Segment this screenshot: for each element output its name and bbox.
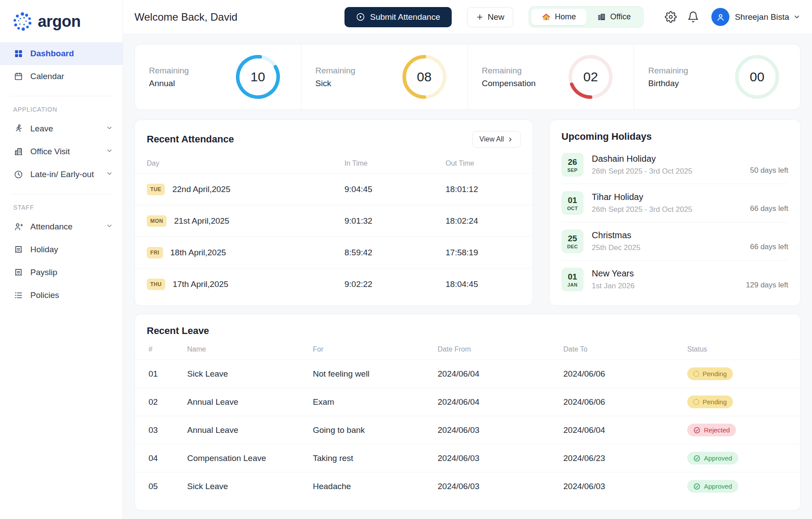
argon-logo-icon — [12, 11, 33, 32]
attendance-date: 22nd April,2025 — [172, 185, 230, 194]
remaining-ring-chart: 02 — [567, 53, 614, 101]
holiday-name: Dashain Holiday — [592, 154, 742, 164]
remaining-stats-card: Remaining Annual 10 Remaining Sick — [134, 44, 801, 110]
holiday-name: Christmas — [592, 230, 742, 240]
leave-date-to: 2024/06/23 — [563, 454, 687, 463]
holiday-day: 01 — [568, 272, 577, 282]
col-date-to: Date To — [563, 345, 687, 353]
receipt-icon — [13, 267, 24, 278]
toggle-office-button[interactable]: Office — [587, 9, 642, 25]
sidebar-item-payslip[interactable]: Payslip — [0, 261, 123, 284]
pending-dashed-circle-icon — [693, 399, 699, 405]
sidebar-item-attendance[interactable]: Attendance — [0, 215, 123, 238]
sidebar: argon Dashboard Calendar APPLICATION — [0, 0, 123, 519]
day-badge: MON — [147, 215, 167, 227]
holiday-date-range: 1st Jan 2026 — [592, 282, 738, 290]
page-title: Welcome Back, David — [134, 11, 344, 23]
col-in-time: In Time — [344, 160, 446, 167]
col-name: Name — [187, 345, 313, 353]
holiday-day: 25 — [568, 234, 577, 243]
holiday-date-badge: 25 DEC — [562, 229, 584, 253]
status-badge: Rejected — [687, 424, 736, 436]
status-badge: Pending — [687, 396, 733, 408]
sidebar-item-dashboard[interactable]: Dashboard — [0, 42, 123, 65]
chevron-right-icon — [507, 136, 514, 143]
chevron-down-icon — [106, 170, 113, 179]
user-menu-chevron-icon[interactable] — [793, 13, 801, 21]
toggle-home-button[interactable]: Home — [531, 9, 587, 25]
home-icon — [542, 13, 551, 22]
submit-attendance-button[interactable]: Submit Attendance — [344, 7, 452, 27]
attendance-table-row: THU 17th April,2025 9:02:22 18:04:45 — [135, 268, 533, 300]
attendance-out-time: 18:04:45 — [446, 279, 521, 289]
building-icon — [13, 146, 24, 157]
leave-reason: Headache — [313, 482, 438, 491]
top-header: Welcome Back, David Submit Attendance Ne… — [123, 0, 812, 34]
sidebar-section-application: APPLICATION — [0, 106, 123, 113]
leave-date-to: 2024/06/06 — [563, 397, 687, 407]
sidebar-item-label: Office Visit — [30, 147, 70, 156]
holiday-month: DEC — [567, 244, 578, 249]
status-check-circle-icon — [693, 455, 700, 462]
attendance-out-time: 17:58:19 — [446, 248, 521, 258]
stat-label-remaining: Remaining — [482, 66, 536, 76]
stat-label-type: Annual — [149, 79, 189, 88]
status-badge: Approved — [687, 480, 738, 493]
user-name[interactable]: Shreejan Bista — [735, 12, 789, 22]
leave-name: Annual Leave — [187, 425, 313, 435]
brand-name: argon — [38, 12, 81, 31]
leave-date-to: 2024/06/03 — [563, 482, 687, 491]
leave-table-row: 03 Annual Leave Going to bank 2024/06/03… — [135, 416, 800, 444]
holiday-month: SEP — [567, 167, 577, 173]
status-text: Rejected — [704, 426, 730, 434]
holiday-month: OCT — [567, 206, 578, 211]
sidebar-divider — [11, 194, 112, 194]
stat-label-remaining: Remaining — [315, 66, 355, 76]
chevron-down-icon — [106, 124, 113, 134]
brand-logo: argon — [0, 9, 123, 42]
status-text: Pending — [703, 370, 727, 377]
col-out-time: Out Time — [446, 160, 521, 167]
attendance-out-time: 18:02:24 — [446, 216, 521, 226]
sidebar-item-leave[interactable]: Leave — [0, 117, 123, 140]
attendance-table-row: TUE 22nd April,2025 9:04:45 18:01:12 — [135, 173, 533, 205]
leave-reason: Going to bank — [313, 425, 438, 435]
leave-date-from: 2024/06/04 — [438, 397, 563, 407]
sidebar-item-calendar[interactable]: Calendar — [0, 65, 123, 88]
holiday-date-badge: 01 JAN — [562, 268, 584, 291]
view-all-button[interactable]: View All — [472, 131, 521, 148]
sidebar-item-office-visit[interactable]: Office Visit — [0, 140, 123, 163]
stat-value: 08 — [401, 53, 448, 101]
stat-value: 02 — [567, 53, 614, 101]
holiday-days-left: 66 days left — [750, 204, 788, 215]
holiday-month: JAN — [567, 282, 577, 287]
notification-bell-icon[interactable] — [687, 11, 699, 23]
leave-date-from: 2024/06/03 — [438, 454, 563, 463]
leave-reason: Exam — [313, 397, 438, 407]
play-circle-icon — [356, 12, 365, 22]
attendance-in-time: 9:04:45 — [344, 185, 446, 194]
leave-name: Sick Leave — [187, 482, 313, 491]
leave-table-header: # Name For Date From Date To Status — [135, 339, 800, 359]
user-avatar[interactable] — [711, 8, 729, 26]
stat-section: Remaining Compensation 02 — [468, 44, 634, 109]
remaining-ring-chart: 08 — [401, 53, 448, 101]
new-button[interactable]: New — [467, 7, 513, 27]
attendance-table-row: FRI 18th April,2025 8:59:42 17:58:19 — [135, 236, 533, 268]
sidebar-item-policies[interactable]: Policies — [0, 284, 123, 307]
sidebar-item-holiday[interactable]: Holiday — [0, 238, 123, 261]
day-badge: TUE — [147, 184, 165, 195]
status-badge: Pending — [687, 367, 733, 380]
leave-reason: Not feeling well — [313, 369, 438, 379]
remaining-ring-chart: 10 — [234, 53, 282, 101]
leave-table-row: 02 Annual Leave Exam 2024/06/04 2024/06/… — [135, 388, 800, 416]
sidebar-item-late-in-early-out[interactable]: Late-in/ Early-out — [0, 163, 123, 186]
recent-attendance-card: Recent Attendance View All Day In Time O… — [134, 120, 533, 306]
leave-table-row: 01 Sick Leave Not feeling well 2024/06/0… — [135, 359, 800, 388]
stat-label-type: Sick — [315, 79, 355, 88]
sidebar-section-staff: STAFF — [0, 204, 123, 211]
leave-name: Sick Leave — [187, 369, 313, 379]
app-root: argon Dashboard Calendar APPLICATION — [0, 0, 812, 519]
main-area: Remaining Annual 10 Remaining Sick — [123, 34, 812, 519]
settings-gear-icon[interactable] — [665, 11, 677, 23]
